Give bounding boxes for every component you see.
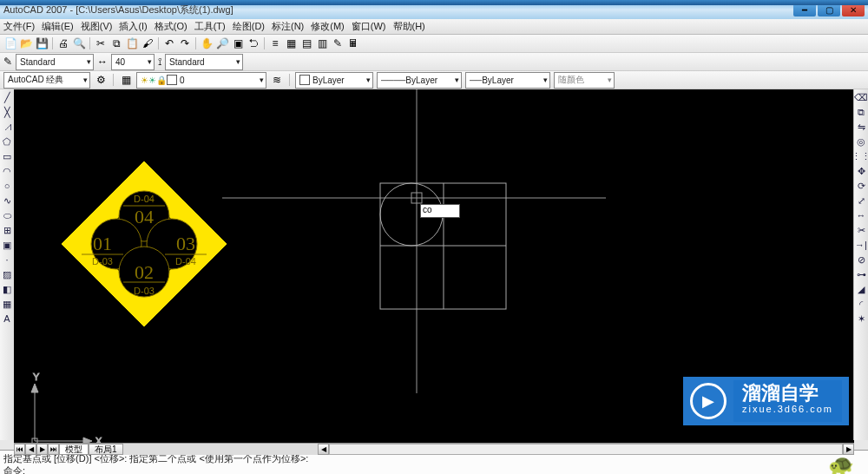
layer-select[interactable]: ☀☀🔒 0 bbox=[136, 72, 266, 89]
move-icon[interactable]: ✥ bbox=[855, 165, 867, 177]
pan-icon[interactable]: ✋ bbox=[200, 36, 214, 50]
line-icon[interactable]: ╱ bbox=[1, 91, 13, 103]
workspace-select[interactable]: AutoCAD 经典 bbox=[3, 72, 90, 89]
offset-icon[interactable]: ◎ bbox=[855, 135, 867, 148]
insert-icon[interactable]: ⊞ bbox=[1, 224, 13, 236]
block-icon[interactable]: ▣ bbox=[1, 239, 13, 251]
menu-tools[interactable]: 工具(T) bbox=[194, 20, 226, 33]
zoom-icon[interactable]: 🔎 bbox=[215, 36, 229, 50]
color-select[interactable]: ByLayer bbox=[295, 72, 373, 89]
watermark-title: 溜溜自学 bbox=[742, 385, 833, 401]
play-icon: ▶ bbox=[690, 383, 727, 419]
match-icon[interactable]: 🖌 bbox=[141, 36, 155, 50]
table-draw-icon[interactable]: ▦ bbox=[1, 298, 13, 310]
cut-icon[interactable]: ✂ bbox=[94, 36, 108, 50]
tab-next-icon[interactable]: ▶ bbox=[36, 444, 48, 455]
workspace-gear-icon[interactable]: ⚙ bbox=[94, 73, 108, 87]
mirror-icon[interactable]: ⇋ bbox=[855, 121, 867, 133]
tab-first-icon[interactable]: ⏮ bbox=[14, 444, 25, 455]
preview-icon[interactable]: 🔍 bbox=[72, 36, 86, 50]
paste-icon[interactable]: 📋 bbox=[125, 36, 139, 50]
rotate-icon[interactable]: ⟳ bbox=[855, 180, 867, 192]
menu-format[interactable]: 格式(O) bbox=[155, 20, 187, 33]
linetype-select[interactable]: ──── ByLayer bbox=[377, 72, 462, 89]
menu-help[interactable]: 帮助(H) bbox=[393, 20, 425, 33]
polyline-icon[interactable]: ⩘ bbox=[1, 121, 13, 133]
erase-icon[interactable]: ⌫ bbox=[855, 91, 867, 103]
polygon-icon[interactable]: ⬠ bbox=[1, 135, 13, 148]
explode-icon[interactable]: ✶ bbox=[855, 313, 867, 325]
layer-props-icon[interactable]: ▦ bbox=[119, 73, 133, 87]
trim-icon[interactable]: ✂ bbox=[855, 224, 867, 236]
mtext-icon[interactable]: A bbox=[1, 313, 13, 325]
chamfer-icon[interactable]: ◢ bbox=[855, 283, 867, 295]
tab-layout1[interactable]: 布局1 bbox=[89, 444, 123, 455]
dynamic-input[interactable]: co bbox=[420, 204, 460, 218]
stretch-icon[interactable]: ↔ bbox=[855, 209, 867, 221]
menu-window[interactable]: 窗口(W) bbox=[352, 20, 386, 33]
copy-icon[interactable]: ⧉ bbox=[109, 36, 123, 50]
redo-icon[interactable]: ↷ bbox=[178, 36, 192, 50]
tab-model[interactable]: 模型 bbox=[59, 444, 89, 455]
tab-last-icon[interactable]: ⏭ bbox=[48, 444, 59, 455]
tool-palette-icon[interactable]: ▤ bbox=[299, 36, 313, 50]
menu-modify[interactable]: 修改(M) bbox=[311, 20, 345, 33]
open-icon[interactable]: 📂 bbox=[19, 36, 33, 50]
break-icon[interactable]: ⊘ bbox=[855, 253, 867, 266]
ellipse-icon[interactable]: ⬭ bbox=[1, 209, 13, 221]
menu-edit[interactable]: 编辑(E) bbox=[42, 20, 74, 33]
label-db: D-03 bbox=[134, 286, 155, 296]
copy2-icon[interactable]: ⧉ bbox=[855, 106, 867, 118]
design-center-icon[interactable]: ▦ bbox=[284, 36, 298, 50]
save-icon[interactable]: 💾 bbox=[35, 36, 49, 50]
menu-file[interactable]: 文件(F) bbox=[3, 20, 35, 33]
dim-style-select[interactable]: Standard bbox=[165, 54, 243, 70]
arc-icon[interactable]: ◠ bbox=[1, 165, 13, 177]
zoom-prev-icon[interactable]: ⮌ bbox=[247, 36, 260, 50]
print-icon[interactable]: 🖨 bbox=[56, 36, 70, 50]
layer-toolbar: AutoCAD 经典 ⚙ ▦ ☀☀🔒 0 ≋ ByLayer ──── ByLa… bbox=[0, 71, 868, 89]
extend-icon[interactable]: →| bbox=[855, 239, 867, 251]
bottom-tab-bar: ⏮ ◀ ▶ ⏭ 模型 布局1 ◀ ▶ bbox=[14, 443, 854, 455]
rect-icon[interactable]: ▭ bbox=[1, 150, 13, 162]
label-dl: D-03 bbox=[92, 256, 113, 267]
array-icon[interactable]: ⋮⋮ bbox=[855, 150, 867, 162]
menu-insert[interactable]: 插入(I) bbox=[119, 20, 147, 33]
new-icon[interactable]: 📄 bbox=[3, 36, 17, 50]
drawing-canvas[interactable]: 04 01 03 02 D-04 D-03 D-04 D-03 Y X bbox=[14, 89, 854, 455]
lineweight-select[interactable]: ── ByLayer bbox=[465, 72, 550, 89]
calc-icon[interactable]: 🖩 bbox=[346, 36, 360, 50]
properties-icon[interactable]: ≡ bbox=[268, 36, 282, 50]
sheet-icon[interactable]: ▥ bbox=[315, 36, 329, 50]
hatch-icon[interactable]: ▨ bbox=[1, 268, 13, 280]
point-icon[interactable]: · bbox=[1, 253, 13, 266]
circle-right-num: 03 bbox=[176, 233, 195, 254]
region-icon[interactable]: ◧ bbox=[1, 283, 13, 295]
circle-left-num: 01 bbox=[93, 233, 112, 254]
join-icon[interactable]: ⊶ bbox=[855, 268, 867, 280]
standard-toolbar: 📄 📂 💾 🖨 🔍 ✂ ⧉ 📋 🖌 ↶ ↷ ✋ 🔎 ▣ ⮌ ≡ ▦ ▤ ▥ ✎ … bbox=[0, 35, 868, 53]
menu-view[interactable]: 视图(V) bbox=[81, 20, 113, 33]
text-style-select[interactable]: Standard bbox=[16, 54, 94, 70]
menu-dimension[interactable]: 标注(N) bbox=[272, 20, 304, 33]
spline-icon[interactable]: ∿ bbox=[1, 194, 13, 207]
scale-icon[interactable]: ⤢ bbox=[855, 194, 867, 207]
scroll-left-icon[interactable]: ◀ bbox=[318, 444, 329, 455]
undo-icon[interactable]: ↶ bbox=[162, 36, 176, 50]
label-dt: D-04 bbox=[134, 194, 155, 204]
zoom-window-icon[interactable]: ▣ bbox=[231, 36, 245, 50]
dim-scale-select[interactable]: 40 bbox=[111, 54, 155, 70]
cline-icon[interactable]: ╳ bbox=[1, 106, 13, 118]
fillet-icon[interactable]: ◜ bbox=[855, 298, 867, 310]
markup-icon[interactable]: ✎ bbox=[331, 36, 345, 50]
circle-top-num: 04 bbox=[135, 206, 154, 227]
modify-toolbar: ⌫ ⧉ ⇋ ◎ ⋮⋮ ✥ ⟳ ⤢ ↔ ✂ →| ⊘ ⊶ ◢ ◜ ✶ bbox=[853, 89, 868, 440]
circle-icon[interactable]: ○ bbox=[1, 180, 13, 192]
tab-prev-icon[interactable]: ◀ bbox=[25, 444, 36, 455]
menu-draw[interactable]: 绘图(D) bbox=[233, 20, 265, 33]
layer-manager-icon[interactable]: ≋ bbox=[270, 73, 284, 87]
dimstyle-icon: ⟟ bbox=[158, 56, 161, 68]
plotstyle-select[interactable]: 随颜色 bbox=[554, 72, 615, 89]
layer-name: 0 bbox=[180, 76, 185, 85]
circle-bottom-num: 02 bbox=[135, 261, 154, 283]
